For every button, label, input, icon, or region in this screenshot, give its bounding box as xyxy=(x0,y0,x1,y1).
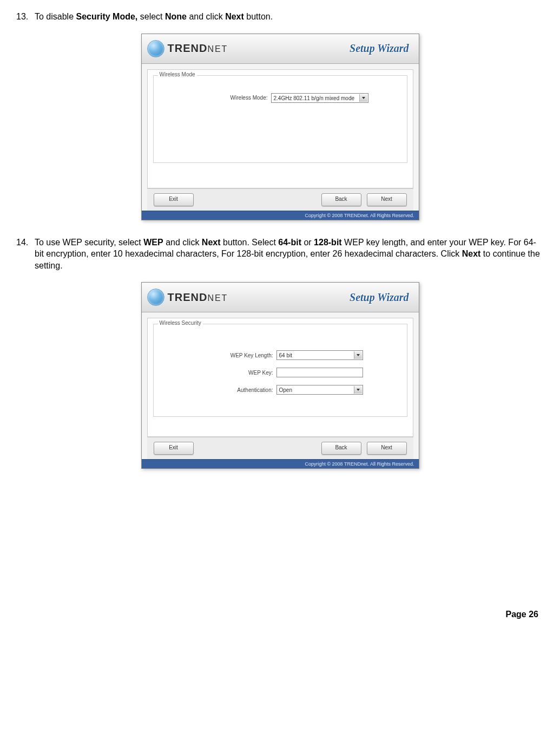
copyright: Copyright © 2008 TRENDnet. All Rights Re… xyxy=(142,459,419,468)
step-14-text: To use WEP security, select WEP and clic… xyxy=(35,238,540,270)
wizard-body: Wireless Security WEP Key Length: 64 bit… xyxy=(147,318,413,437)
back-button[interactable]: Back xyxy=(321,442,361,455)
wizard-footer: Exit Back Next xyxy=(147,188,413,211)
wireless-mode-row: Wireless Mode: 2.4GHz 802.11 b/g/n mixed… xyxy=(159,93,401,103)
wep-key-input[interactable] xyxy=(276,368,363,377)
setup-wizard-window-1: TRENDNET Setup Wizard Wireless Mode Wire… xyxy=(141,34,419,220)
brand: TRENDNET xyxy=(147,289,228,306)
wep-key-length-row: WEP Key Length: 64 bit xyxy=(159,350,401,360)
next-button[interactable]: Next xyxy=(367,442,407,455)
wireless-mode-label: Wireless Mode: xyxy=(192,95,268,101)
wizard-footer: Exit Back Next xyxy=(147,437,413,459)
wizard-body: Wireless Mode Wireless Mode: 2.4GHz 802.… xyxy=(147,69,413,188)
exit-button[interactable]: Exit xyxy=(154,442,194,455)
step-number-13: 13. xyxy=(16,11,28,23)
authentication-label: Authentication: xyxy=(197,387,273,393)
step-number-14: 14. xyxy=(16,237,28,248)
wep-key-length-select[interactable]: 64 bit xyxy=(276,350,363,360)
exit-button[interactable]: Exit xyxy=(154,193,194,206)
setup-wizard-window-2: TRENDNET Setup Wizard Wireless Security … xyxy=(141,282,419,469)
wep-key-length-label: WEP Key Length: xyxy=(197,352,273,358)
step-13-text: To disable Security Mode, select None an… xyxy=(35,12,273,21)
wep-key-row: WEP Key: xyxy=(159,368,401,377)
step-14: 14. To use WEP security, select WEP and … xyxy=(16,237,544,272)
group-title: Wireless Security xyxy=(158,320,203,326)
wep-key-label: WEP Key: xyxy=(197,370,273,376)
wizard-title: Setup Wizard xyxy=(350,42,409,55)
wireless-security-group: Wireless Security WEP Key Length: 64 bit… xyxy=(153,324,407,417)
trendnet-logo-icon xyxy=(147,289,164,306)
authentication-select[interactable]: Open xyxy=(276,385,363,395)
group-title: Wireless Mode xyxy=(158,71,197,77)
step-13: 13. To disable Security Mode, select Non… xyxy=(16,11,544,23)
wizard-header: TRENDNET Setup Wizard xyxy=(142,283,419,312)
authentication-row: Authentication: Open xyxy=(159,385,401,395)
wireless-mode-group: Wireless Mode Wireless Mode: 2.4GHz 802.… xyxy=(153,75,407,163)
wireless-mode-select[interactable]: 2.4GHz 802.11 b/g/n mixed mode xyxy=(271,93,368,103)
back-button[interactable]: Back xyxy=(321,193,361,206)
copyright: Copyright © 2008 TRENDnet. All Rights Re… xyxy=(142,211,419,220)
trendnet-logo-icon xyxy=(147,40,164,57)
wizard-header: TRENDNET Setup Wizard xyxy=(142,34,419,64)
brand-text: TRENDNET xyxy=(168,291,228,304)
page-footer: Page 26 xyxy=(16,610,544,619)
next-button[interactable]: Next xyxy=(367,193,407,206)
brand: TRENDNET xyxy=(147,40,228,57)
wizard-title: Setup Wizard xyxy=(350,291,409,304)
brand-text: TRENDNET xyxy=(168,42,228,55)
